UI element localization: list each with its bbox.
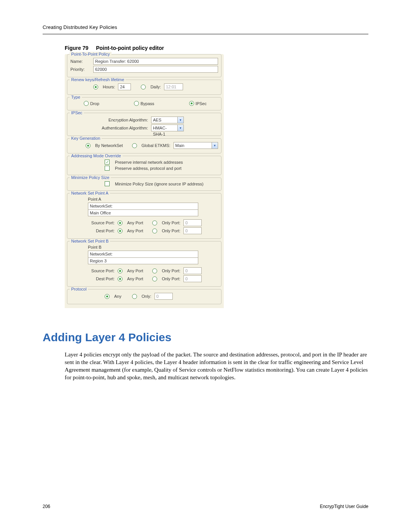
- type-drop-label: Drop: [90, 101, 99, 106]
- chevron-down-icon: ▾: [212, 142, 218, 149]
- nsp-b-dst-onlyport-label: Only Port:: [162, 276, 180, 281]
- nsp-a-src-onlyport-input[interactable]: 0: [183, 219, 202, 226]
- nsp-a-legend: Network Set Point A: [70, 191, 110, 195]
- nsp-b-dst-anyport-label: Any Port: [127, 276, 143, 281]
- nsp-b-src-onlyport-radio[interactable]: [152, 268, 157, 273]
- type-bypass-radio[interactable]: [134, 101, 139, 106]
- addressing-group: Addressing Mode Override Preserve intern…: [67, 156, 221, 175]
- point-a-label: Point A: [88, 197, 101, 201]
- nsp-a-src-anyport-radio[interactable]: [118, 220, 123, 225]
- nsp-a-dst-onlyport-label: Only Port:: [162, 228, 180, 233]
- proto-any-radio[interactable]: [105, 294, 110, 299]
- nsp-b-dst-anyport-radio[interactable]: [118, 276, 123, 281]
- type-bypass-label: Bypass: [140, 101, 154, 106]
- pres-network-checkbox[interactable]: [105, 160, 110, 165]
- type-ipsec-radio[interactable]: [189, 101, 194, 106]
- name-input[interactable]: Region Transfer: 62000: [93, 58, 218, 65]
- p2p-legend: Point-To-Point Policy: [70, 52, 112, 56]
- nsp-b-src-anyport-label: Any Port: [127, 268, 143, 273]
- renew-daily-radio[interactable]: [141, 85, 146, 89]
- enc-alg-select[interactable]: AES ▾: [151, 117, 184, 123]
- nsp-a-header: NetworkSet:: [88, 203, 198, 209]
- auth-alg-value: HMAC-SHA-1: [151, 125, 178, 131]
- nsp-b-src-anyport-radio[interactable]: [118, 268, 123, 273]
- nsp-b-src-onlyport-label: Only Port:: [162, 268, 180, 273]
- minimize-checkbox[interactable]: [105, 181, 110, 186]
- nsp-a-src-anyport-label: Any Port: [127, 220, 143, 225]
- renew-daily-input[interactable]: 12:01: [164, 83, 183, 90]
- keygen-global-value: Main: [174, 142, 212, 149]
- nsp-b-value[interactable]: Region 3: [88, 257, 198, 264]
- header-rule: [43, 34, 368, 34]
- nsp-a-src-onlyport-radio[interactable]: [152, 220, 157, 225]
- body-paragraph: Layer 4 policies encrypt only the payloa…: [65, 351, 368, 381]
- nsp-a-destport-label: Dest Port:: [88, 228, 115, 233]
- keygen-global-radio[interactable]: [132, 143, 137, 148]
- nsp-a-dst-onlyport-input[interactable]: 0: [183, 227, 202, 234]
- protocol-legend: Protocol: [70, 287, 88, 291]
- minimize-label: Minimize Policy Size (ignore source IP a…: [115, 182, 204, 186]
- nsp-b-destport-label: Dest Port:: [88, 276, 115, 281]
- proto-only-label: Only:: [142, 294, 151, 299]
- running-header: Creating Distributed Key Policies: [43, 24, 368, 30]
- type-ipsec-label: IPSec: [196, 101, 207, 106]
- chevron-down-icon: ▾: [178, 117, 184, 123]
- keygen-global-select[interactable]: Main ▾: [174, 142, 218, 149]
- renew-legend: Renew keys/Refresh lifetime: [70, 77, 126, 82]
- auth-alg-select[interactable]: HMAC-SHA-1 ▾: [151, 125, 184, 131]
- nsp-a-dst-onlyport-radio[interactable]: [152, 228, 157, 233]
- nsp-b-group: Network Set Point B Point B NetworkSet: …: [67, 241, 221, 287]
- renew-daily-label: Daily:: [150, 85, 161, 89]
- section-heading: Adding Layer 4 Policies: [43, 331, 368, 344]
- page-number: 206: [43, 504, 50, 509]
- renew-keys-group: Renew keys/Refresh lifetime Hours: 24 Da…: [67, 80, 221, 95]
- auth-alg-label: Authentication Algorithm:: [102, 126, 148, 130]
- type-drop-radio[interactable]: [84, 101, 89, 106]
- priority-input[interactable]: 62000: [93, 66, 218, 73]
- proto-any-label: Any: [114, 294, 121, 299]
- keygen-byns-label: By NetworkSet: [95, 143, 123, 148]
- ipsec-legend: IPSec: [70, 110, 84, 115]
- ipsec-group: IPSec Encryption Algorithm: AES ▾ Authen…: [67, 113, 221, 136]
- type-legend: Type: [70, 95, 82, 99]
- p2p-policy-group: Point-To-Point Policy Name: Region Trans…: [67, 54, 221, 77]
- nsp-a-value[interactable]: Main Office: [88, 209, 198, 216]
- keygen-global-label: Global ETKMS:: [142, 143, 170, 148]
- nsp-a-srcport-label: Source Port:: [88, 220, 115, 225]
- nsp-a-dst-anyport-radio[interactable]: [118, 228, 123, 233]
- keygen-group: Key Generation By NetworkSet Global ETKM…: [67, 138, 221, 153]
- figure-number: Figure 79: [65, 45, 88, 51]
- nsp-b-src-onlyport-input[interactable]: 0: [183, 267, 202, 274]
- pres-addr-checkbox[interactable]: [105, 166, 110, 171]
- nsp-b-legend: Network Set Point B: [70, 239, 110, 243]
- addressing-legend: Addressing Mode Override: [70, 153, 123, 158]
- proto-only-input[interactable]: 0: [155, 293, 173, 300]
- minimize-group: Minimize Policy Size Minimize Policy Siz…: [67, 177, 221, 191]
- figure-caption: Point-to-point policy editor: [96, 45, 164, 51]
- enc-alg-value: AES: [151, 117, 178, 123]
- keygen-byns-radio[interactable]: [86, 143, 91, 148]
- priority-label: Priority:: [70, 67, 90, 72]
- nsp-b-dst-onlyport-radio[interactable]: [152, 276, 157, 281]
- figure-caption-row: Figure 79 Point-to-point policy editor: [65, 45, 368, 51]
- name-label: Name:: [70, 59, 90, 64]
- nsp-b-srcport-label: Source Port:: [88, 268, 115, 273]
- nsp-a-group: Network Set Point A Point A NetworkSet: …: [67, 193, 221, 239]
- nsp-b-header: NetworkSet:: [88, 251, 198, 257]
- doc-title-footer: EncrypTight User Guide: [320, 504, 368, 509]
- renew-hours-input[interactable]: 24: [118, 83, 131, 90]
- renew-hours-radio[interactable]: [93, 85, 98, 89]
- keygen-legend: Key Generation: [70, 136, 102, 141]
- pres-network-label: Preserve internal network addresses: [115, 160, 183, 165]
- policy-editor-panel: Point-To-Point Policy Name: Region Trans…: [65, 54, 224, 308]
- enc-alg-label: Encryption Algorithm:: [108, 118, 148, 122]
- nsp-a-dst-anyport-label: Any Port: [127, 228, 143, 233]
- nsp-a-src-onlyport-label: Only Port:: [162, 220, 180, 225]
- pres-addr-label: Preserve address, protocol and port: [115, 166, 182, 171]
- renew-hours-label: Hours:: [103, 85, 115, 89]
- proto-only-radio[interactable]: [132, 294, 137, 299]
- nsp-b-dst-onlyport-input[interactable]: 0: [183, 275, 202, 282]
- type-group: Type Drop Bypass IPSec: [67, 97, 221, 110]
- protocol-group: Protocol Any Only: 0: [67, 289, 221, 304]
- point-b-label: Point B: [88, 245, 101, 249]
